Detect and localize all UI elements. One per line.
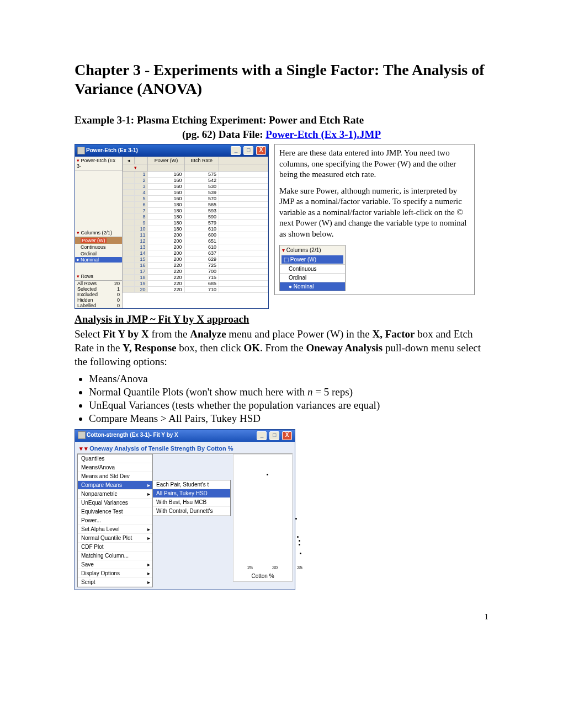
- analysis-para: Select Fit Y by X from the Analyze menu …: [75, 328, 488, 368]
- submenu-compare-means[interactable]: Each Pair, Student's tAll Pairs, Tukey H…: [152, 480, 231, 516]
- opt-uneq-var: UnEqual Variances (tests whether the pop…: [89, 399, 488, 411]
- panel-ordinal[interactable]: Ordinal: [280, 273, 345, 282]
- options-list: Means/Anova Normal Quantile Plots (won't…: [75, 373, 488, 425]
- panel-power[interactable]: ⬚ Power (W): [282, 255, 343, 264]
- example-title: Example 3-1: Plasma Etching Experiment: …: [75, 114, 488, 126]
- scatter-plot: 25 30 35 Cotton %: [233, 454, 293, 582]
- type-continuous[interactable]: Continuous: [75, 244, 122, 250]
- rows-hidden: Hidden0: [75, 297, 122, 303]
- opt-compare-means: Compare Means > All Pairs, Tukey HSD: [89, 413, 488, 425]
- data-table[interactable]: ◂ Power (W)Etch Rate ▾ 11605752160542316…: [123, 157, 268, 293]
- page-number: 1: [75, 612, 488, 622]
- context-menu[interactable]: QuantilesMeans/AnovaMeans and Std DevCom…: [77, 454, 153, 587]
- app-icon: [78, 431, 86, 439]
- oneway-heading[interactable]: ▾ ▾ Oneway Analysis of Tensile Strength …: [77, 444, 293, 454]
- panel-nominal[interactable]: ● Nominal: [280, 282, 345, 291]
- rows-excluded: Excluded0: [75, 292, 122, 297]
- example-subline: (pg. 62) Data File: Power-Etch (Ex 3-1).…: [75, 129, 488, 141]
- opt-means-anova: Means/Anova: [89, 373, 488, 385]
- maximize-button[interactable]: □: [269, 431, 279, 440]
- maximize-button[interactable]: □: [243, 146, 253, 155]
- rows-selected: Selected1: [75, 286, 122, 292]
- columns-panel-head[interactable]: ▾ Columns (2/1): [75, 229, 122, 237]
- type-ordinal[interactable]: Ordinal: [75, 250, 122, 257]
- window-titlebar[interactable]: Power-Etch (Ex 3-1) _ □ X: [75, 144, 268, 157]
- description-box: Here are these data entered into JMP. Yo…: [274, 144, 475, 295]
- minimize-button[interactable]: _: [257, 431, 267, 440]
- fit-titlebar[interactable]: Cotton-strength (Ex 3-1)- Fit Y by X _ □…: [75, 430, 295, 442]
- rows-labelled: Labelled0: [75, 303, 122, 308]
- rows-all: All Rows20: [75, 281, 122, 286]
- jmp-data-window: Power-Etch (Ex 3-1) _ □ X ▾ Power-Etch (…: [75, 144, 269, 309]
- close-button[interactable]: X: [256, 146, 266, 155]
- chapter-title: Chapter 3 - Experiments with a Single Fa…: [75, 61, 488, 98]
- app-icon: [77, 147, 85, 154]
- panel-continuous[interactable]: Continuous: [280, 264, 345, 273]
- analysis-heading: Analysis in JMP ~ Fit Y by X approach: [75, 313, 488, 325]
- datafile-link[interactable]: Power-Etch (Ex 3-1).JMP: [265, 129, 381, 140]
- table-panel-head[interactable]: ▾ Power-Etch (Ex 3-: [75, 157, 122, 170]
- fit-window: Cotton-strength (Ex 3-1)- Fit Y by X _ □…: [75, 429, 295, 590]
- rows-panel-head[interactable]: ▾ Rows: [75, 272, 122, 281]
- type-nominal[interactable]: ● Nominal: [75, 257, 122, 263]
- close-button[interactable]: X: [282, 431, 292, 440]
- opt-nqplots: Normal Quantile Plots (won't show much h…: [89, 386, 488, 398]
- power-column[interactable]: Power (W): [81, 238, 107, 243]
- minimize-button[interactable]: _: [231, 146, 241, 155]
- columns-type-panel: ▾ Columns (2/1) ⬚ Power (W) Continuous O…: [279, 245, 346, 291]
